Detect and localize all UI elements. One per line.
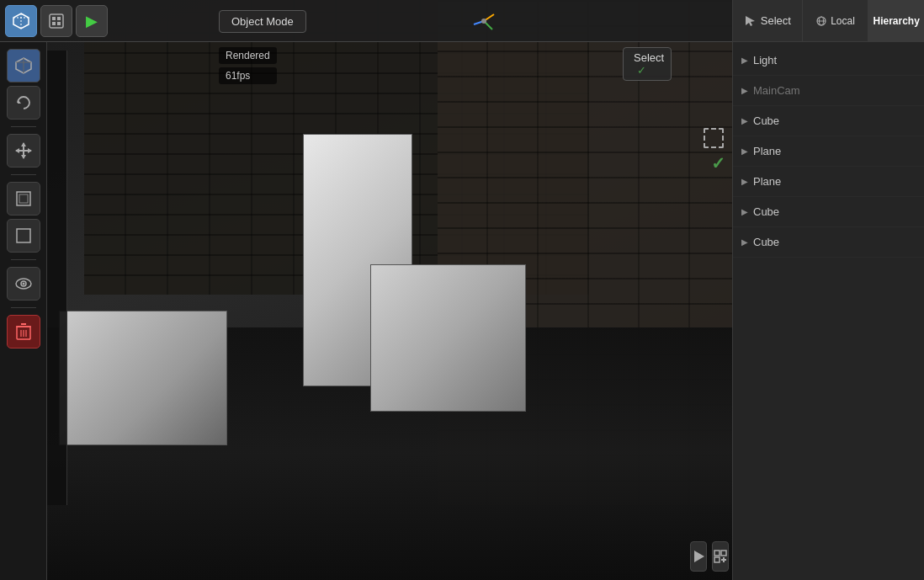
checkmark-indicator: ✓ [711, 153, 725, 173]
left-visibility-btn[interactable] [7, 267, 40, 301]
left-box-btn[interactable] [7, 219, 40, 253]
header-cursor-icon [744, 15, 756, 27]
svg-rect-7 [57, 22, 61, 25]
hierarchy-label-1: MainCam [753, 84, 800, 97]
visibility-icon [14, 277, 33, 290]
refresh-icon [14, 93, 33, 112]
grid-add-icon [713, 549, 728, 564]
svg-rect-29 [17, 192, 30, 205]
header-select-label: Select [761, 14, 791, 27]
rendered-badge: Rendered [219, 47, 277, 64]
svg-rect-43 [721, 551, 726, 556]
header-local-label: Local [831, 15, 855, 27]
left-separator-3 [11, 259, 36, 260]
fps-label: 61fps [226, 70, 250, 82]
hierarchy-item-6[interactable]: ▶Cube [733, 227, 924, 258]
svg-marker-26 [21, 155, 26, 159]
hierarchy-label-3: Plane [753, 145, 781, 157]
hierarchy-arrow-1: ▶ [741, 86, 748, 95]
hierarchy-label-6: Cube [753, 236, 779, 248]
svg-rect-5 [57, 17, 61, 20]
left-refresh-btn[interactable] [7, 86, 40, 120]
rendered-label: Rendered [226, 50, 270, 61]
hierarchy-arrow-6: ▶ [741, 237, 748, 247]
svg-rect-3 [50, 14, 63, 28]
hierarchy-item-0[interactable]: ▶Light [733, 45, 924, 76]
chair-seat-panel[interactable] [370, 264, 526, 412]
hierarchy-label-5: Cube [753, 205, 779, 218]
svg-marker-28 [28, 148, 32, 153]
right-panel-header: Select Local Hierarchy [733, 0, 924, 42]
bottom-play-btn[interactable] [690, 541, 707, 572]
hierarchy-label-4: Plane [753, 175, 781, 188]
select-button[interactable]: Select ✓ [623, 47, 672, 81]
svg-rect-44 [714, 557, 720, 562]
object-mode-button[interactable]: Object Mode [219, 10, 306, 33]
header-select-btn[interactable]: Select [733, 0, 803, 41]
hierarchy-label-0: Light [753, 54, 777, 67]
header-hierarchy-label: Hierarchy [873, 15, 919, 27]
left-separator-1 [11, 126, 36, 127]
left-delete-btn[interactable] [7, 315, 40, 349]
svg-rect-6 [52, 22, 56, 25]
left-separator-4 [11, 307, 36, 308]
object-mode-label: Object Mode [231, 15, 294, 28]
bottom-grid-add-btn[interactable] [712, 541, 729, 572]
left-cube-icon [14, 56, 33, 75]
viewport-info: Rendered 61fps [219, 47, 277, 84]
hierarchy-label-2: Cube [753, 114, 779, 127]
viewport-bottom-icons [690, 541, 730, 572]
hierarchy-arrow-5: ▶ [741, 207, 748, 216]
bottom-play-icon [691, 549, 706, 564]
viewport[interactable] [0, 0, 732, 580]
toolbar-left-section: ▶ [0, 5, 113, 37]
header-hierarchy-btn[interactable]: Hierarchy [868, 0, 924, 41]
left-separator-2 [11, 174, 36, 175]
hierarchy-arrow-0: ▶ [741, 56, 748, 65]
right-panel: Select Local Hierarchy ▶Light▶MainCam▶Cu… [732, 0, 924, 580]
left-cube-btn[interactable] [7, 49, 40, 82]
local-globe-icon [815, 15, 827, 27]
viewport-icon [48, 13, 65, 29]
left-toolbar [0, 42, 47, 580]
box-icon [14, 226, 33, 245]
svg-rect-31 [17, 229, 30, 242]
toolbar-center [113, 6, 720, 36]
play-btn[interactable]: ▶ [76, 5, 108, 37]
select-label: Select [634, 51, 664, 64]
select-check: ✓ [637, 64, 646, 77]
hierarchy-list: ▶Light▶MainCam▶Cube▶Plane▶Plane▶Cube▶Cub… [733, 42, 924, 580]
svg-marker-41 [694, 551, 704, 562]
cube-object-small[interactable] [59, 311, 227, 445]
hierarchy-item-5[interactable]: ▶Cube [733, 197, 924, 227]
svg-marker-51 [746, 16, 755, 26]
svg-point-34 [22, 283, 24, 285]
svg-point-11 [481, 19, 486, 24]
hierarchy-arrow-3: ▶ [741, 146, 748, 156]
svg-marker-27 [15, 148, 19, 153]
hierarchy-arrow-4: ▶ [741, 177, 748, 186]
trash-icon [15, 322, 32, 341]
axis-gizmo [469, 6, 499, 36]
layer-icon [14, 189, 33, 208]
cube-icon [12, 12, 30, 30]
hierarchy-item-2[interactable]: ▶Cube [733, 106, 924, 136]
selection-rect-indicator [704, 128, 724, 148]
header-local-btn[interactable]: Local [803, 0, 869, 41]
svg-rect-4 [52, 17, 56, 20]
left-move-btn[interactable] [7, 134, 40, 168]
hierarchy-item-3[interactable]: ▶Plane [733, 136, 924, 167]
fps-badge: 61fps [219, 67, 277, 84]
hierarchy-arrow-2: ▶ [741, 116, 748, 125]
move-icon [14, 141, 33, 160]
hierarchy-item-1[interactable]: ▶MainCam [733, 76, 924, 106]
svg-rect-30 [19, 194, 28, 203]
play-icon: ▶ [86, 12, 98, 30]
cube-mode-btn[interactable] [5, 5, 37, 37]
svg-rect-42 [714, 551, 720, 556]
left-layer-btn[interactable] [7, 182, 40, 216]
hierarchy-item-4[interactable]: ▶Plane [733, 167, 924, 197]
svg-marker-25 [21, 142, 26, 146]
viewport-mode-btn[interactable] [40, 5, 72, 37]
